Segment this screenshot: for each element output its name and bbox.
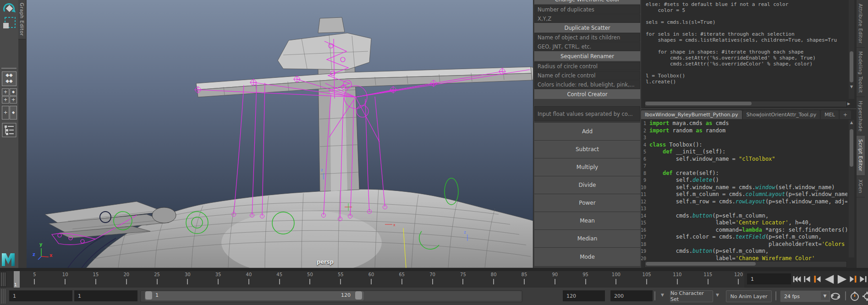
loop-playback-icon[interactable] [830, 291, 841, 302]
move-keys-tool-icon[interactable]: ◆◆◆◆ [2, 71, 16, 86]
bottom-bar-divider-3[interactable] [845, 291, 846, 300]
play-backward-button[interactable] [823, 273, 835, 286]
maya-window: ◆◆◆◆ + ◆ + + + ◆ Graph Editor [0, 0, 868, 305]
toolbox-button-mean[interactable]: Mean [534, 212, 640, 229]
code-line: 8 def create(self): [641, 170, 847, 177]
tab-script-editor[interactable]: Script Editor [857, 136, 865, 175]
tab-modeling-toolkit[interactable]: Modeling Toolkit [857, 48, 865, 97]
playback-end-field[interactable]: 200 [610, 290, 653, 301]
add-key-diamond-icon[interactable]: ◆ [10, 88, 17, 96]
code-text [649, 205, 653, 212]
current-time-field[interactable]: 1 [747, 273, 791, 284]
range-start-handle[interactable] [145, 291, 152, 300]
code-vscroll-up-arrow[interactable]: ▲ [850, 120, 853, 125]
toolbox-field-number-of-duplicates[interactable]: Number of duplicates [534, 5, 640, 14]
bottom-bar-divider-2[interactable] [775, 291, 776, 300]
toolbox-field-radius-of-circle-control[interactable]: Radius of circle control [534, 62, 640, 71]
script-history-output[interactable]: else: #sets to default blue if not a rea… [641, 1, 851, 99]
range-slider[interactable]: 1 120 [140, 290, 522, 302]
script-code-editor[interactable]: 1import maya.cmds as cmds2import random … [641, 120, 847, 260]
toolbox-button-multiply[interactable]: Multiply [534, 158, 640, 176]
toolbox-button-divide[interactable]: Divide [534, 176, 640, 194]
tab-graph-editor[interactable]: Graph Editor [18, 0, 26, 39]
frame-key-icon[interactable]: + [2, 106, 9, 120]
line-number: 4 [641, 142, 646, 149]
toolbox-field-input-float-values-separated-by-co[interactable]: Input float values separated by co... [534, 106, 640, 121]
tab-xgen[interactable]: XGen [857, 176, 865, 197]
toolbox-button-duplicate-scatter[interactable]: Duplicate Scatter [534, 23, 640, 33]
anim-layer-dropdown[interactable]: No Anim Layer [726, 290, 772, 302]
maya-logo [1, 253, 16, 267]
toolbox-button-subtract[interactable]: Subtract [534, 140, 640, 158]
playback-start-field[interactable]: 1 [9, 290, 72, 301]
tab-attribute-editor[interactable]: Attribute Editor [857, 0, 865, 48]
history-line: sels = cmds.ls(sl=True) [646, 19, 851, 25]
code-vscrollbar[interactable] [849, 120, 854, 257]
current-frame-marker[interactable]: 1 [14, 271, 20, 288]
time-slider[interactable]: 5101520253035404550556065707580859095100… [0, 271, 868, 288]
toolbox-field-colors-include-red-bluelight-pink[interactable]: Colors include: red, bluelight, pink,... [534, 80, 640, 89]
toolbox-button-sequential-renamer[interactable]: Sequential Renamer [534, 51, 640, 61]
history-hscrollbar[interactable] [644, 101, 847, 107]
script-tab-lboxwindow-ryleyburnett-python-py[interactable]: lboxWindow_RyleyBurnett_Python.py [641, 110, 742, 119]
toolbox-button-control-creator[interactable]: Control Creator [534, 89, 640, 99]
fps-caret-icon[interactable]: ▼ [821, 292, 829, 300]
toolbox-button-add[interactable]: Add [534, 122, 640, 140]
button-label: Mean [580, 218, 595, 224]
history-vscrollbar[interactable] [849, 0, 854, 99]
range-slider-post[interactable] [364, 291, 521, 300]
region-select-tool-icon[interactable] [2, 16, 16, 30]
code-hscrollbar[interactable] [644, 261, 847, 267]
frame-tick [95, 279, 96, 284]
code-text: import maya.cmds as cmds [649, 120, 729, 127]
step-back-key-button[interactable] [813, 273, 822, 286]
history-hscroll-right-arrow[interactable]: ▶ [847, 102, 850, 106]
range-end-handle[interactable] [355, 291, 362, 300]
step-forward-key-button[interactable] [848, 273, 858, 286]
field-placeholder: Name of object and its children [538, 34, 620, 41]
history-line: color = 5 [646, 7, 851, 13]
insert-key-icon[interactable]: + [2, 96, 9, 103]
frame-tick [371, 279, 372, 284]
history-vscroll-down-arrow[interactable]: ▼ [850, 85, 853, 89]
tab-hypershade[interactable]: Hypershade [857, 97, 865, 136]
toolbox-button-power[interactable]: Power [534, 194, 640, 212]
time-slider-track[interactable]: 5101520253035404550556065707580859095100… [6, 271, 744, 288]
rotate-keys-tool-icon[interactable] [2, 2, 16, 16]
fps-dropdown[interactable]: 24 fps ▼ [780, 290, 830, 302]
script-tab-showjointorientattr-tool-py[interactable]: ShowJointOrientAttr_Tool.py [743, 110, 820, 119]
go-to-start-button[interactable] [792, 273, 802, 286]
time-slider-grip[interactable] [1, 272, 5, 286]
script-tab-mel[interactable]: MEL [821, 110, 839, 119]
toolbox-field-geo-jnt-ctrl-etc[interactable]: GEO, JNT, CTRL, etc. [534, 42, 640, 51]
character-set-caret-icon[interactable]: ▼ [661, 293, 664, 297]
frame-key-diamond-icon[interactable]: ◆ [10, 106, 17, 120]
toolbox-field-name-of-circle-control[interactable]: Name of circle control [534, 71, 640, 80]
settings-gear-icon[interactable] [862, 291, 868, 302]
code-text: placeholderText='Colors incl [649, 241, 847, 248]
character-set-dropdown[interactable]: No Character Set [670, 290, 713, 302]
range-slider-active[interactable] [145, 291, 364, 300]
insert-key-alt-icon[interactable]: + [10, 96, 17, 103]
field-placeholder: Name of circle control [538, 72, 595, 79]
anim-layer-caret-icon[interactable]: ▼ [716, 293, 719, 297]
code-text: import random as random [649, 127, 725, 135]
animation-preferences-icon[interactable] [849, 291, 861, 302]
bottom-bar-divider[interactable] [654, 291, 655, 300]
step-back-frame-button[interactable] [802, 273, 812, 286]
toolbox-button-median[interactable]: Median [534, 229, 640, 247]
toolbox-field-x-y-z[interactable]: X,Y,Z [534, 14, 640, 23]
play-forward-button[interactable] [835, 273, 848, 286]
perspective-viewport[interactable]: z x z persp y x z [27, 0, 533, 268]
animation-start-field[interactable]: 1 [74, 290, 137, 301]
step-forward-frame-button[interactable] [858, 273, 868, 286]
script-editor-splitter[interactable] [641, 109, 856, 109]
add-key-icon[interactable]: + [2, 88, 9, 96]
script-tab-new[interactable]: + [840, 110, 851, 119]
hierarchy-outliner-icon[interactable] [2, 123, 16, 137]
animation-end-field[interactable]: 120 [563, 290, 605, 301]
toolbox-button-mode[interactable]: Mode [534, 247, 640, 266]
toolbox-button-change-wireframe-color[interactable]: Change Wireframe Color [534, 0, 640, 4]
toolbox-field-name-of-object-and-its-children[interactable]: Name of object and its children [534, 33, 640, 42]
range-row-grip[interactable] [1, 289, 5, 304]
